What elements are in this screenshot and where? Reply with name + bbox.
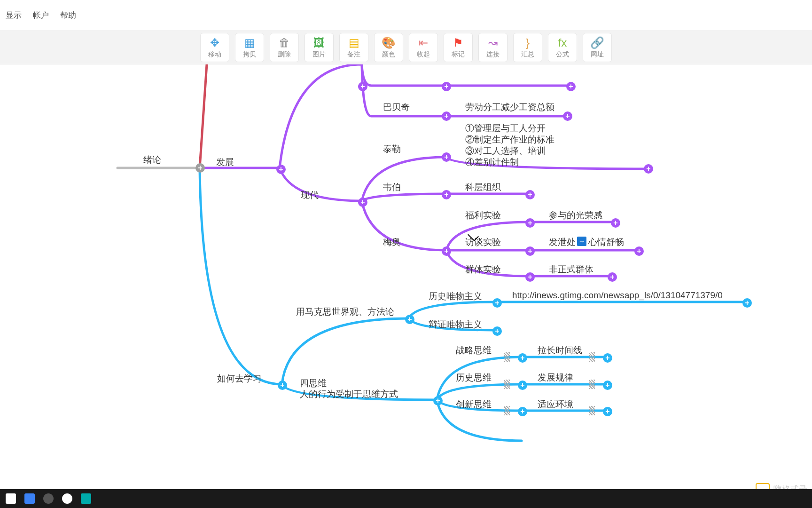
expand-button[interactable]: + [525, 190, 535, 199]
node-ruhe[interactable]: 如何去学习 [217, 373, 262, 385]
toolbar-move-button[interactable]: ✥移动 [200, 33, 229, 62]
taskbar-app-icon[interactable] [24, 493, 35, 504]
node-zlsw-d[interactable]: 拉长时间线 [538, 344, 582, 357]
node-xiandai[interactable]: 现代 [301, 189, 319, 201]
expand-button[interactable]: + [195, 163, 205, 173]
toolbar-label: 图片 [312, 50, 326, 59]
node-zlsw[interactable]: 战略思维 [456, 344, 492, 357]
node-cxsw[interactable]: 创新思维 [456, 398, 492, 411]
toolbar-note-button[interactable]: ▤备注 [339, 33, 368, 62]
node-fuli-d[interactable]: 参与的光荣感 [549, 209, 602, 222]
expand-button[interactable]: + [644, 164, 653, 174]
menu-account[interactable]: 帐户 [33, 10, 49, 21]
node-bianzheng[interactable]: 辩证唯物主义 [429, 318, 482, 331]
taskbar-app-icon[interactable] [81, 493, 91, 504]
taskbar-app-icon[interactable] [43, 493, 54, 504]
expand-button[interactable]: + [742, 298, 752, 308]
resize-grip[interactable] [589, 380, 595, 389]
node-qunti-d[interactable]: 非正式群体 [549, 263, 593, 276]
expand-button[interactable]: + [566, 82, 576, 91]
expand-button[interactable]: + [525, 218, 535, 228]
expand-button[interactable]: + [492, 298, 502, 308]
resize-grip[interactable] [504, 380, 510, 389]
node-lssw-d[interactable]: 发展规律 [538, 372, 573, 384]
expand-button[interactable]: + [518, 353, 527, 363]
move-icon: ✥ [208, 36, 221, 49]
node-meiao[interactable]: 梅奥 [383, 236, 401, 248]
toolbar-flag-button[interactable]: ⚑标记 [444, 33, 473, 62]
toolbar-url-button[interactable]: 🔗网址 [583, 33, 612, 62]
expand-button[interactable]: + [603, 407, 612, 416]
node-qunti[interactable]: 群体实验 [465, 263, 501, 276]
expand-button[interactable]: + [603, 353, 612, 363]
expand-button[interactable]: + [278, 381, 287, 390]
connect-icon: ↝ [486, 36, 500, 49]
node-babeiji-d[interactable]: 劳动分工减少工资总额 [465, 101, 554, 113]
node-siwei2[interactable]: 人的行为受制于思维方式 [300, 388, 398, 400]
node-weibo[interactable]: 韦伯 [383, 181, 401, 193]
expand-button[interactable]: + [603, 381, 612, 390]
expand-button[interactable]: + [608, 272, 617, 282]
resize-grip[interactable] [504, 406, 510, 415]
expand-button[interactable]: + [442, 190, 451, 199]
collapse-icon: ⇤ [417, 36, 430, 49]
mindmap-canvas[interactable]: 绪论 发展 现代 巴贝奇 劳动分工减少工资总额 泰勒 ①管理层与工人分开②制定生… [0, 64, 812, 508]
toolbar-label: 汇总 [521, 50, 534, 59]
node-weibo-d[interactable]: 科层组织 [465, 181, 501, 193]
expand-button[interactable]: + [276, 165, 286, 174]
node-babeiji[interactable]: 巴贝奇 [383, 101, 410, 113]
menu-bar: 显示 帐户 帮助 [0, 0, 812, 30]
node-cxsw-d[interactable]: 适应环境 [538, 398, 573, 411]
expand-button[interactable]: + [525, 246, 535, 256]
toolbar-summary-button[interactable]: }汇总 [513, 33, 542, 62]
taskbar[interactable] [0, 489, 812, 508]
toolbar-collapse-button[interactable]: ⇤收起 [409, 33, 438, 62]
node-lishi[interactable]: 历史唯物主义 [429, 290, 482, 302]
toolbar-label: 标记 [452, 50, 465, 59]
expand-button[interactable]: + [442, 82, 451, 91]
resize-grip[interactable] [589, 352, 595, 362]
node-fuli[interactable]: 福利实验 [465, 209, 501, 222]
resize-grip[interactable] [504, 352, 510, 362]
toolbar-delete-button[interactable]: 🗑删除 [270, 33, 299, 62]
toolbar-formula-button[interactable]: fx公式 [548, 33, 577, 62]
expand-button[interactable]: + [405, 315, 414, 324]
url-icon: 🔗 [591, 36, 604, 49]
node-lssw[interactable]: 历史思维 [456, 372, 492, 384]
expand-button[interactable]: + [563, 111, 572, 121]
toolbar-image-button[interactable]: 🖼图片 [304, 33, 334, 62]
color-icon: 🎨 [382, 36, 395, 49]
node-fazhan[interactable]: 发展 [216, 156, 234, 168]
expand-button[interactable]: + [442, 152, 451, 162]
expand-button[interactable]: + [525, 272, 535, 282]
expand-button[interactable]: + [611, 218, 620, 228]
node-root[interactable]: 绪论 [143, 154, 161, 166]
expand-button[interactable]: + [433, 396, 443, 405]
node-fangtan-d1[interactable]: 发泄处 [549, 236, 576, 248]
toolbar-copy-button[interactable]: ▦拷贝 [235, 33, 264, 62]
node-fangtan-d2[interactable]: 心情舒畅 [588, 236, 624, 248]
node-lishi-d[interactable]: http://inews.gtimg.com/newsapp_ls/0/1310… [512, 290, 723, 301]
node-taile[interactable]: 泰勒 [383, 143, 401, 155]
expand-button[interactable]: + [518, 381, 527, 390]
taskbar-search-icon[interactable] [6, 493, 16, 504]
expand-button[interactable]: + [518, 407, 527, 416]
arrow-icon: → [577, 237, 586, 246]
toolbar-label: 网址 [591, 50, 604, 59]
taskbar-chrome-icon[interactable] [62, 493, 72, 504]
expand-button[interactable]: + [442, 111, 451, 121]
expand-button[interactable]: + [442, 246, 451, 256]
toolbar-connect-button[interactable]: ↝连接 [478, 33, 508, 62]
toolbar-color-button[interactable]: 🎨颜色 [374, 33, 403, 62]
expand-button[interactable]: + [492, 326, 502, 336]
image-icon: 🖼 [312, 36, 326, 49]
node-mkx[interactable]: 用马克思世界观、方法论 [296, 306, 394, 318]
menu-help[interactable]: 帮助 [60, 10, 76, 21]
node-taile-d[interactable]: ①管理层与工人分开②制定生产作业的标准③对工人选择、培训④差别计件制 [465, 123, 554, 168]
expand-button[interactable]: + [358, 198, 367, 207]
toolbar-label: 连接 [486, 50, 500, 59]
expand-button[interactable]: + [634, 246, 644, 256]
menu-display[interactable]: 显示 [6, 10, 22, 21]
resize-grip[interactable] [589, 406, 595, 415]
expand-button[interactable]: + [358, 82, 367, 91]
